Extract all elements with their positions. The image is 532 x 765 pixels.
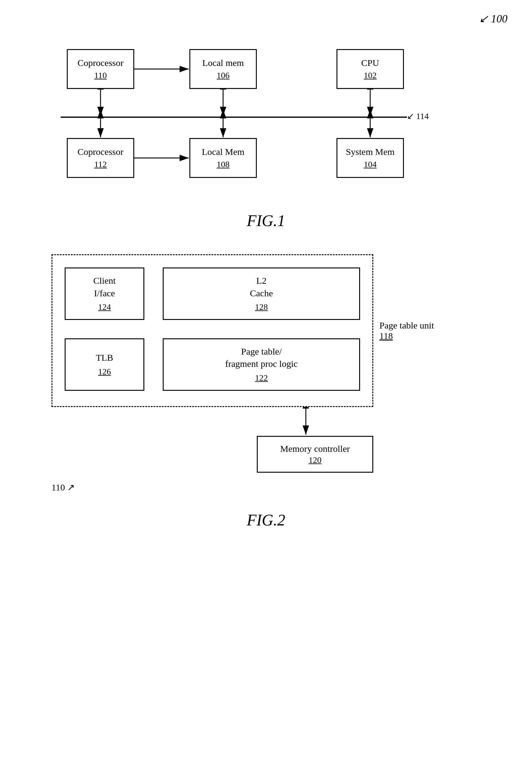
fig2-title: FIG.2 (52, 511, 480, 529)
fig2-outer-label: 110 ↗ (52, 482, 480, 492)
l2-cache-box: L2 Cache 128 (163, 268, 360, 320)
fig1-title: FIG.1 (52, 212, 480, 230)
cpu-box: CPU 102 (337, 49, 404, 89)
fig2-grid: Client I/face 124 L2 Cache 128 TLB (65, 268, 360, 391)
fig2-outer: Client I/face 124 L2 Cache 128 TLB (52, 254, 480, 529)
client-iface-box: Client I/face 124 (65, 268, 144, 320)
tlb-box: TLB 126 (65, 338, 144, 391)
localmem-bot-box: Local Mem 108 (189, 138, 257, 178)
arrow-icon: ↙ (479, 13, 488, 25)
fig2-dashed-box: Client I/face 124 L2 Cache 128 TLB (52, 254, 373, 407)
arrow-110-icon: ↗ (67, 482, 75, 492)
fig2-vertical-arrow (52, 407, 373, 438)
bus-label-114: ↙ 114 (407, 111, 429, 121)
systemmem-box: System Mem 104 (337, 138, 404, 178)
fig1-container: Coprocessor 110 Local mem 106 CPU 102 ↙ … (52, 43, 480, 230)
fig1-diagram: Coprocessor 110 Local mem 106 CPU 102 ↙ … (52, 43, 480, 203)
page-table-unit-label: Page table unit 118 (380, 320, 453, 341)
localmem-top-box: Local mem 106 (189, 49, 257, 89)
figure-100-label: ↙ 100 (479, 12, 507, 25)
coprocessor-top-box: Coprocessor 110 (67, 49, 134, 89)
mem-ctrl-box: Memory controller 120 (257, 436, 373, 473)
page-table-box: Page table/ fragment proc logic 122 (163, 338, 360, 391)
page: ↙ 100 (0, 0, 532, 765)
coprocessor-bot-box: Coprocessor 112 (67, 138, 134, 178)
fig2-section: Client I/face 124 L2 Cache 128 TLB (25, 254, 507, 529)
